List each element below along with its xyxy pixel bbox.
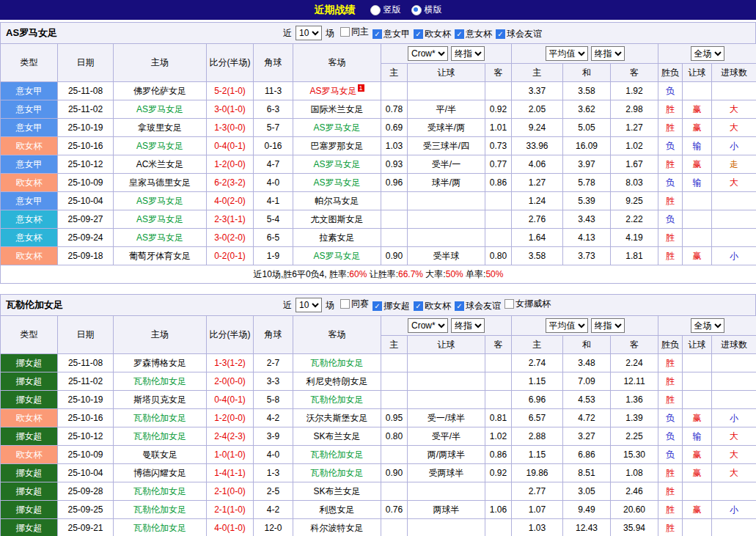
home-team[interactable]: AS罗马女足 — [114, 229, 207, 247]
home-team[interactable]: 皇家马德里女足 — [114, 174, 207, 192]
home-team[interactable]: 瓦勒伦加女足 — [114, 427, 207, 446]
checkbox-icon[interactable] — [455, 301, 464, 311]
home-team[interactable]: 瓦勒伦加女足 — [114, 482, 207, 501]
score[interactable]: 4-0(2-0) — [207, 192, 254, 210]
away-team[interactable]: 尤文图斯女足 — [293, 210, 381, 229]
score[interactable]: 1-3(0-0) — [207, 119, 254, 137]
match-count-select[interactable]: 10 — [296, 298, 322, 312]
league-badge[interactable]: 欧女杯 — [1, 174, 58, 192]
euro-odds-time-select[interactable]: 终指 — [591, 318, 625, 333]
league-badge[interactable]: 欧女杯 — [1, 247, 58, 265]
checkbox-icon[interactable] — [504, 299, 514, 309]
league-badge[interactable]: 挪女超 — [1, 427, 58, 446]
away-team[interactable]: 国际米兰女足 — [293, 100, 381, 119]
home-team[interactable]: 葡萄牙体育女足 — [114, 247, 207, 265]
filter-checkbox[interactable]: 欧女杯 — [414, 28, 451, 40]
score[interactable]: 4-0(1-0) — [207, 519, 254, 536]
score[interactable]: 2-1(1-0) — [207, 501, 254, 519]
score[interactable]: 3-0(2-0) — [207, 229, 254, 247]
away-team[interactable]: 沃尔夫斯堡女足 — [293, 409, 381, 427]
score[interactable]: 6-2(3-2) — [207, 174, 254, 192]
home-team[interactable]: 曼联女足 — [114, 446, 207, 464]
away-team[interactable]: 拉素女足 — [293, 229, 381, 247]
league-badge[interactable]: 意女杯 — [1, 229, 58, 247]
filter-checkbox[interactable]: 意女甲 — [373, 28, 410, 40]
home-team[interactable]: AS罗马女足 — [114, 192, 207, 210]
league-badge[interactable]: 挪女超 — [1, 372, 58, 391]
league-badge[interactable]: 意女甲 — [1, 100, 58, 119]
score[interactable]: 2-4(2-3) — [207, 427, 254, 446]
fullmatch-select[interactable]: 全场 — [691, 318, 724, 333]
checkbox-icon[interactable] — [455, 29, 464, 39]
league-badge[interactable]: 欧女杯 — [1, 446, 58, 464]
home-team[interactable]: 斯塔贝克女足 — [114, 391, 207, 409]
home-team[interactable]: AS罗马女足 — [114, 210, 207, 229]
league-badge[interactable]: 挪女超 — [1, 391, 58, 409]
away-team[interactable]: 帕尔马女足 — [293, 192, 381, 210]
home-team[interactable]: 佛罗伦萨女足 — [114, 82, 207, 100]
home-team[interactable]: 罗森博格女足 — [114, 354, 207, 372]
filter-checkbox[interactable]: 挪女超 — [373, 300, 410, 312]
checkbox-icon[interactable] — [373, 29, 382, 39]
radio-vertical-layout[interactable]: 竖版 — [370, 4, 401, 16]
score[interactable]: 0-2(0-1) — [207, 247, 254, 265]
score[interactable]: 2-1(0-0) — [207, 482, 254, 501]
radio-selected-icon[interactable] — [411, 5, 422, 15]
league-badge[interactable]: 意女甲 — [1, 82, 58, 100]
away-team[interactable]: SK布兰女足 — [293, 427, 381, 446]
league-badge[interactable]: 欧女杯 — [1, 409, 58, 427]
score[interactable]: 1-2(0-0) — [207, 155, 254, 174]
asia-odds-time-select[interactable]: 终指 — [451, 318, 485, 333]
checkbox-icon[interactable] — [340, 299, 350, 309]
away-team[interactable]: 科尔波特女足 — [293, 519, 381, 536]
away-team[interactable]: 利恩女足 — [293, 501, 381, 519]
asia-odds-time-select[interactable]: 终指 — [451, 46, 485, 61]
score[interactable]: 1-0(1-0) — [207, 446, 254, 464]
checkbox-icon[interactable] — [373, 301, 382, 311]
away-team[interactable]: 瓦勒伦加女足 — [293, 446, 381, 464]
home-team[interactable]: AS罗马女足 — [114, 137, 207, 155]
filter-checkbox[interactable]: 欧女杯 — [414, 300, 451, 312]
score[interactable]: 1-2(0-0) — [207, 409, 254, 427]
league-badge[interactable]: 欧女杯 — [1, 137, 58, 155]
euro-bookmaker-select[interactable]: 平均值 — [546, 46, 588, 61]
home-team[interactable]: 瓦勒伦加女足 — [114, 372, 207, 391]
league-badge[interactable]: 挪女超 — [1, 482, 58, 501]
league-badge[interactable]: 意女甲 — [1, 192, 58, 210]
filter-checkbox[interactable]: 球会友谊 — [455, 300, 501, 312]
league-badge[interactable]: 挪女超 — [1, 354, 58, 372]
radio-icon[interactable] — [370, 5, 381, 15]
filter-checkbox[interactable]: 同主 — [340, 26, 369, 38]
checkbox-icon[interactable] — [414, 29, 423, 39]
radio-horizontal-layout[interactable]: 横版 — [411, 4, 442, 16]
away-team[interactable]: 瓦勒伦加女足 — [293, 391, 381, 409]
fullmatch-select[interactable]: 全场 — [691, 46, 724, 61]
checkbox-icon[interactable] — [414, 301, 423, 311]
league-badge[interactable]: 挪女超 — [1, 464, 58, 482]
away-team[interactable]: SK布兰女足 — [293, 482, 381, 501]
filter-checkbox[interactable]: 女挪威杯 — [504, 298, 551, 310]
home-team[interactable]: 拿玻里女足 — [114, 119, 207, 137]
league-badge[interactable]: 挪女超 — [1, 501, 58, 519]
away-team[interactable]: AS罗马女足 — [293, 247, 381, 265]
filter-checkbox[interactable]: 意女杯 — [455, 28, 492, 40]
away-team[interactable]: AS罗马女足 — [293, 119, 381, 137]
away-team[interactable]: 瓦勒伦加女足 — [293, 354, 381, 372]
home-team[interactable]: AC米兰女足 — [114, 155, 207, 174]
away-team[interactable]: 巴塞罗那女足 — [293, 137, 381, 155]
away-team[interactable]: 瓦勒伦加女足 — [293, 464, 381, 482]
away-team[interactable]: AS罗马女足 — [293, 155, 381, 174]
home-team[interactable]: 瓦勒伦加女足 — [114, 409, 207, 427]
score[interactable]: 2-0(0-0) — [207, 372, 254, 391]
home-team[interactable]: 瓦勒伦加女足 — [114, 501, 207, 519]
score[interactable]: 1-4(1-1) — [207, 464, 254, 482]
home-team[interactable]: 博德闪耀女足 — [114, 464, 207, 482]
filter-checkbox[interactable]: 同赛 — [340, 298, 369, 310]
asia-bookmaker-select[interactable]: Crow* — [408, 318, 448, 333]
checkbox-icon[interactable] — [496, 29, 505, 39]
away-team[interactable]: AS罗马女足1 — [293, 82, 381, 100]
score[interactable]: 2-3(1-1) — [207, 210, 254, 229]
score[interactable]: 1-3(1-2) — [207, 354, 254, 372]
league-badge[interactable]: 意女杯 — [1, 210, 58, 229]
league-badge[interactable]: 意女甲 — [1, 119, 58, 137]
